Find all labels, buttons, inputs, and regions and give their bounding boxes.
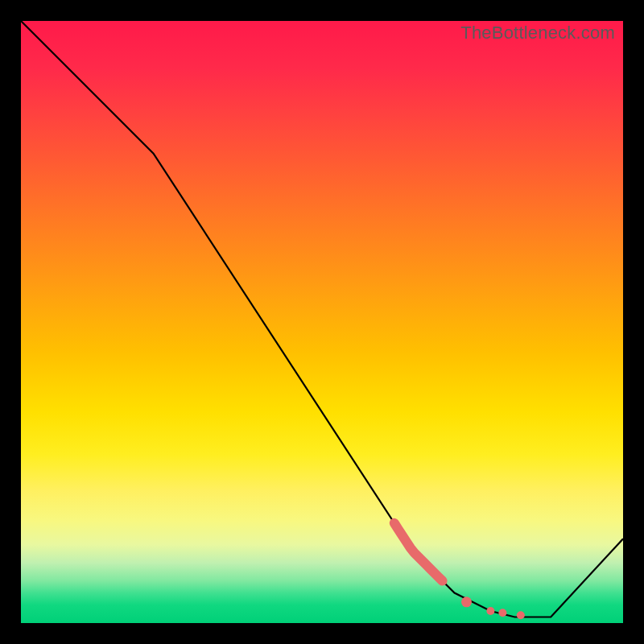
watermark-text: TheBottleneck.com xyxy=(460,23,615,43)
highlight-dot xyxy=(517,611,525,619)
bottleneck-curve xyxy=(21,21,623,617)
highlight-dot xyxy=(486,607,494,615)
highlight-dot xyxy=(461,597,472,607)
highlight-segment xyxy=(394,523,443,581)
highlight-dots xyxy=(461,597,525,619)
chart-area: TheBottleneck.com xyxy=(21,21,623,623)
highlight-dot xyxy=(498,609,506,617)
chart-svg xyxy=(21,21,623,623)
